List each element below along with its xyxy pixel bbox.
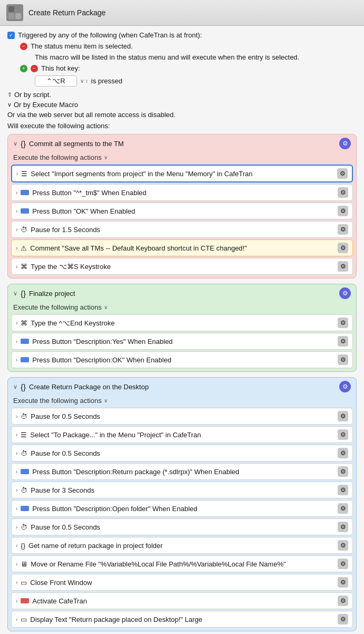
- action-row[interactable]: › {} Get name of return package in proje…: [11, 537, 353, 554]
- chevron-execute-icon: ∨: [7, 101, 12, 108]
- action-left: › ⌘ Type the ⌥⌘S Keystroke: [16, 263, 338, 271]
- action-text: Pause for 0.5 Seconds: [31, 523, 338, 531]
- action-gear[interactable]: ⚙: [338, 540, 348, 551]
- action-row[interactable]: › ⌘ Type the ⌥⌘S Keystroke ⚙: [11, 258, 353, 275]
- action-row[interactable]: › ⏱ Pause for 1.5 Seconds ⚙: [11, 221, 353, 238]
- row-chevron-icon: ›: [16, 524, 17, 530]
- content-area: ✓ Triggered by any of the following (whe…: [0, 26, 364, 634]
- pause-icon: ⏱: [21, 523, 27, 531]
- action-row[interactable]: › Press Button "Description:Open folder"…: [11, 500, 353, 517]
- action-left: › ⏱ Pause for 0.5 Seconds: [16, 449, 338, 457]
- group-finalize-chevron[interactable]: ∨: [13, 290, 17, 297]
- hotkey-dropdown-arrow[interactable]: ∨ ↕: [80, 78, 88, 84]
- action-row[interactable]: › Press Button "^*_tm$" When Enabled ⚙: [11, 184, 353, 201]
- row-chevron-icon: ›: [16, 414, 17, 419]
- action-gear[interactable]: ⚙: [338, 577, 348, 588]
- is-pressed-label: is pressed: [91, 77, 122, 85]
- row-chevron-icon: ›: [16, 561, 17, 567]
- group-package-header-left: ∨ {} Create Return Package on the Deskto…: [13, 382, 149, 391]
- cmd-icon: ⌘: [21, 263, 27, 271]
- group-commit-header: ∨ {} Commit all segments to the TM ⚙: [8, 135, 356, 152]
- action-row[interactable]: › ⚠ Comment "Save all TMs -- Default Key…: [11, 239, 353, 256]
- action-left: › Press Button "Description:Return packa…: [16, 468, 338, 476]
- group-finalize-gear[interactable]: ⚙: [339, 287, 351, 299]
- group-finalize-header: ∨ {} Finalize project ⚙: [8, 284, 356, 302]
- row-chevron-icon: ›: [16, 320, 17, 326]
- or-by-execute-label: Or by Execute Macro: [14, 101, 78, 109]
- or-by-script-label: Or by script.: [14, 91, 51, 99]
- action-gear[interactable]: ⚙: [338, 318, 348, 328]
- action-row[interactable]: › ⏱ Pause for 3 Seconds ⚙: [11, 482, 353, 498]
- row-chevron-icon: ›: [16, 227, 17, 233]
- action-gear[interactable]: ⚙: [338, 522, 348, 532]
- action-left: › Press Button "Description:Yes" When En…: [16, 338, 338, 345]
- action-gear[interactable]: ⚙: [338, 448, 348, 458]
- action-text: Get name of return package in project fo…: [28, 542, 338, 550]
- add-hotkey-icon[interactable]: +: [20, 65, 27, 72]
- execute-dropdown-icon[interactable]: ∨: [104, 155, 108, 160]
- action-row[interactable]: › ⏱ Pause for 0.5 Seconds ⚙: [11, 518, 353, 535]
- action-text: Press Button "^*_tm$" When Enabled: [32, 189, 338, 197]
- action-gear[interactable]: ⚙: [338, 261, 348, 272]
- action-left: › ⚠ Comment "Save all TMs -- Default Key…: [16, 244, 338, 252]
- group-commit-gear[interactable]: ⚙: [339, 138, 351, 149]
- action-row[interactable]: › Press Button "Description:OK" When Ena…: [11, 351, 353, 368]
- group-create-package: ∨ {} Create Return Package on the Deskto…: [7, 377, 357, 631]
- action-gear[interactable]: ⚙: [338, 336, 348, 347]
- group-package-chevron[interactable]: ∨: [13, 383, 17, 390]
- action-gear[interactable]: ⚙: [338, 595, 348, 606]
- action-row[interactable]: › ▭ Display Text "Return package placed …: [11, 611, 353, 628]
- action-row[interactable]: › ⌘ Type the ^⌥End Keystroke ⚙: [11, 314, 353, 331]
- row-chevron-icon: ›: [16, 580, 17, 585]
- action-gear[interactable]: ⚙: [338, 503, 348, 514]
- action-row[interactable]: › Press Button "Description:Yes" When En…: [11, 333, 353, 350]
- action-gear[interactable]: ⚙: [338, 243, 348, 253]
- or-by-execute-row: ∨ Or by Execute Macro: [7, 100, 357, 110]
- row-chevron-icon: ›: [16, 617, 17, 622]
- action-row[interactable]: › ⏱ Pause for 0.5 Seconds ⚙: [11, 408, 353, 425]
- action-text: Press Button "Description:Yes" When Enab…: [32, 338, 338, 345]
- action-row[interactable]: › Activate CafeTran ⚙: [11, 592, 353, 609]
- action-left: › ⏱ Pause for 0.5 Seconds: [16, 412, 338, 420]
- execute-dropdown-icon[interactable]: ∨: [104, 398, 108, 404]
- action-gear[interactable]: ⚙: [338, 206, 348, 216]
- group-package-gear[interactable]: ⚙: [339, 381, 351, 392]
- action-row[interactable]: › Press Button "OK" When Enabled ⚙: [11, 203, 353, 219]
- row-chevron-icon: ›: [16, 264, 17, 270]
- action-text: Press Button "OK" When Enabled: [32, 207, 338, 215]
- action-gear[interactable]: ⚙: [338, 485, 348, 495]
- action-text: Pause for 0.5 Seconds: [31, 449, 338, 457]
- group-commit-icon: {}: [21, 139, 26, 148]
- button-icon: [21, 357, 29, 362]
- action-left: › ⏱ Pause for 3 Seconds: [16, 486, 338, 494]
- action-gear[interactable]: ⚙: [337, 168, 348, 179]
- action-left: › Activate CafeTran: [16, 597, 338, 605]
- trigger-checkbox[interactable]: ✓: [7, 32, 15, 39]
- action-row[interactable]: › ☰ Select "Import segments from project…: [11, 165, 353, 182]
- remove-hotkey-icon[interactable]: −: [31, 65, 38, 72]
- action-gear[interactable]: ⚙: [338, 411, 348, 421]
- trigger-label: Triggered by any of the following (when …: [18, 31, 202, 39]
- group-commit-chevron[interactable]: ∨: [13, 140, 17, 147]
- action-row[interactable]: › ☰ Select "To Package..." in the Menu "…: [11, 426, 353, 443]
- button-icon: [21, 208, 29, 214]
- action-left: › ⏱ Pause for 1.5 Seconds: [16, 226, 338, 234]
- action-row[interactable]: › Press Button "Description:Return packa…: [11, 463, 353, 480]
- action-gear[interactable]: ⚙: [338, 224, 348, 235]
- action-gear[interactable]: ⚙: [338, 187, 348, 198]
- action-row[interactable]: › ▭ Close Front Window ⚙: [11, 574, 353, 591]
- status-menu-row: − The status menu item is selected.: [7, 42, 357, 50]
- action-gear[interactable]: ⚙: [338, 559, 348, 569]
- hotkey-field[interactable]: ⌃⌥R: [35, 75, 77, 87]
- action-gear[interactable]: ⚙: [338, 614, 348, 625]
- action-gear[interactable]: ⚙: [338, 354, 348, 365]
- group-commit-actions: › ☰ Select "Import segments from project…: [8, 165, 356, 278]
- action-gear[interactable]: ⚙: [338, 429, 348, 440]
- move-icon: 🖥: [21, 560, 27, 568]
- action-gear[interactable]: ⚙: [338, 466, 348, 477]
- action-row[interactable]: › 🖥 Move or Rename File "%Variable%Local…: [11, 555, 353, 572]
- remove-status-icon[interactable]: −: [20, 43, 27, 50]
- action-row[interactable]: › ⏱ Pause for 0.5 Seconds ⚙: [11, 445, 353, 462]
- row-chevron-icon: ›: [16, 339, 17, 344]
- execute-dropdown-icon[interactable]: ∨: [104, 304, 108, 310]
